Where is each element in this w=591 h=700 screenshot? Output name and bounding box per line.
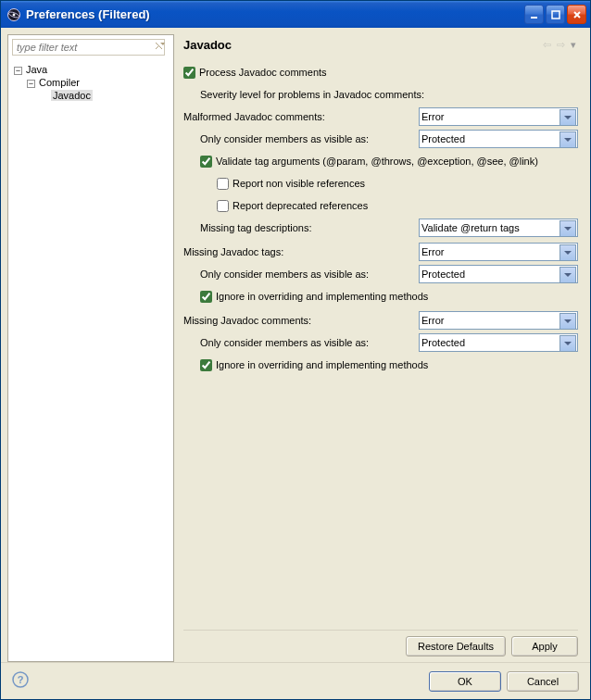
maximize-button[interactable] (546, 5, 565, 24)
tree-item-compiler[interactable]: −Compiler (14, 76, 168, 89)
tree-item-javadoc[interactable]: Javadoc (14, 89, 168, 102)
missing-tags-label: Missing Javadoc tags: (183, 246, 419, 257)
filter-input[interactable] (12, 39, 165, 56)
missing-tags-combo[interactable] (419, 243, 578, 261)
missing-comments-visibility-combo[interactable] (419, 333, 578, 352)
svg-rect-4 (552, 11, 560, 19)
missing-comments-label: Missing Javadoc comments: (183, 315, 419, 326)
app-icon (6, 7, 21, 22)
cancel-button[interactable]: Cancel (507, 671, 579, 692)
severity-caption: Severity level for problems in Javadoc c… (200, 89, 424, 100)
process-javadoc-checkbox[interactable] (183, 67, 195, 79)
window-titlebar[interactable]: Preferences (Filtered) (1, 1, 590, 28)
validate-tags-label: Validate tag arguments (@param, @throws,… (216, 156, 538, 167)
svg-point-2 (13, 13, 16, 16)
close-button[interactable] (567, 5, 586, 24)
svg-text:?: ? (18, 674, 24, 685)
malformed-visibility-combo[interactable] (419, 130, 578, 148)
missing-tags-ignore-label: Ignore in overriding and implementing me… (216, 291, 428, 302)
window-title: Preferences (Filtered) (26, 7, 524, 21)
missing-desc-combo[interactable] (419, 219, 578, 237)
clear-filter-icon[interactable] (155, 42, 166, 53)
report-nonvisible-checkbox[interactable] (217, 178, 229, 190)
missing-tags-visibility-label: Only consider members as visible as: (200, 269, 419, 280)
forward-icon[interactable]: ⇨ (555, 39, 567, 51)
page-title: Javadoc (183, 38, 541, 52)
malformed-combo[interactable] (419, 107, 578, 126)
restore-defaults-button[interactable]: Restore Defaults (406, 636, 506, 656)
malformed-label: Malformed Javadoc comments: (183, 111, 419, 122)
missing-tags-visibility-combo[interactable] (419, 265, 578, 283)
report-deprecated-label: Report deprecated references (233, 200, 368, 211)
process-javadoc-label: Process Javadoc comments (199, 67, 327, 78)
svg-rect-3 (531, 17, 537, 19)
report-deprecated-checkbox[interactable] (217, 200, 229, 212)
malformed-visibility-label: Only consider members as visible as: (200, 133, 419, 144)
preference-tree: −Java −Compiler Javadoc (8, 59, 173, 106)
ok-button[interactable]: OK (429, 671, 501, 692)
minimize-button[interactable] (524, 5, 544, 24)
collapse-icon[interactable]: − (27, 80, 35, 88)
missing-desc-label: Missing tag descriptions: (200, 222, 419, 233)
missing-comments-visibility-label: Only consider members as visible as: (200, 337, 419, 348)
missing-comments-ignore-checkbox[interactable] (200, 359, 212, 371)
missing-comments-ignore-label: Ignore in overriding and implementing me… (216, 359, 428, 370)
missing-tags-ignore-checkbox[interactable] (200, 291, 212, 303)
sidebar: −Java −Compiler Javadoc (7, 34, 174, 662)
back-icon[interactable]: ⇦ (541, 39, 553, 51)
missing-comments-combo[interactable] (419, 311, 578, 330)
tree-item-java[interactable]: −Java (14, 63, 168, 76)
validate-tags-checkbox[interactable] (200, 156, 212, 168)
help-icon[interactable]: ? (12, 671, 29, 692)
report-nonvisible-label: Report non visible references (233, 178, 365, 189)
apply-button[interactable]: Apply (511, 636, 578, 656)
dropdown-arrow-icon[interactable]: ▾ (569, 39, 578, 51)
collapse-icon[interactable]: − (14, 67, 22, 75)
